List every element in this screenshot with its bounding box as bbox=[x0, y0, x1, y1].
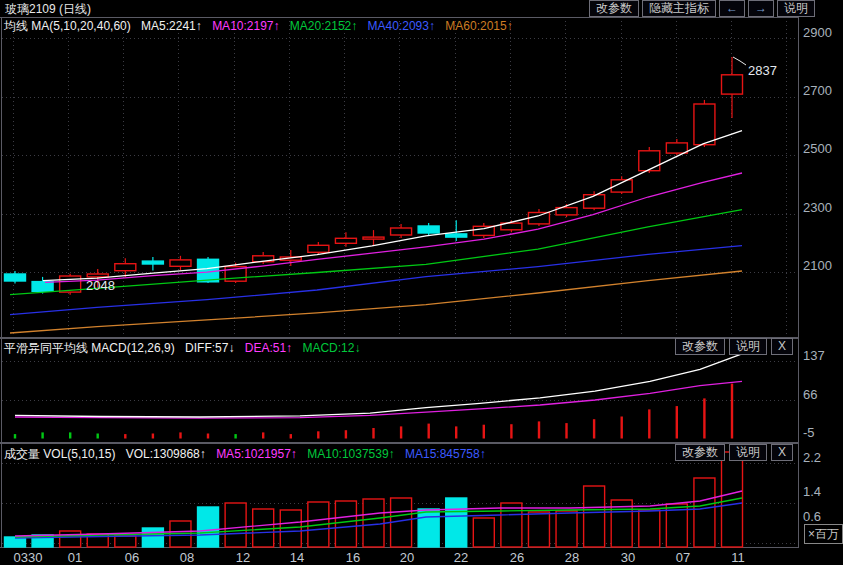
candle bbox=[5, 274, 26, 281]
volume-bar bbox=[694, 478, 715, 547]
dea-value: DEA:51↑ bbox=[245, 341, 292, 355]
volume-bar bbox=[363, 499, 384, 547]
candle bbox=[446, 234, 467, 237]
diff-value: DIFF:57↓ bbox=[185, 341, 234, 355]
x-axis-label: 14 bbox=[290, 550, 304, 565]
macd-histogram-bar bbox=[676, 406, 678, 438]
vol-value: VOL:1309868↑ bbox=[126, 447, 206, 461]
macd-value: MACD:12↓ bbox=[302, 341, 360, 355]
macd-histogram-bar bbox=[179, 432, 181, 438]
price-axis-label: 2700 bbox=[803, 83, 842, 98]
macd-axis-label: 66 bbox=[803, 387, 842, 402]
x-axis: 033001060812141620222628300711 bbox=[0, 548, 843, 565]
macd-help-button[interactable]: 说明 bbox=[729, 338, 767, 355]
volume-close-button[interactable]: X bbox=[771, 444, 793, 461]
price-axis-label: 2500 bbox=[803, 141, 842, 156]
volume-bar bbox=[418, 509, 439, 547]
macd-axis-label: 137 bbox=[803, 348, 842, 363]
volume-bar bbox=[584, 486, 605, 547]
volume-indicator-row: 成交量 VOL(5,10,15) VOL:1309868↑ MA5:102195… bbox=[4, 446, 493, 463]
macd-histogram-bar bbox=[703, 398, 705, 438]
candle bbox=[115, 264, 136, 271]
prev-arrow-button[interactable]: ← bbox=[719, 0, 745, 17]
macd-histogram-bar bbox=[124, 434, 126, 438]
hide-main-indicator-button[interactable]: 隐藏主指标 bbox=[642, 0, 716, 17]
volume-axis-label: 1.4 bbox=[803, 484, 842, 499]
ma-indicator-row: 均线 MA(5,10,20,40,60) MA5:2241↑ MA10:2197… bbox=[4, 18, 520, 35]
volume-bar bbox=[253, 509, 274, 547]
candle bbox=[170, 260, 191, 266]
volume-bar bbox=[225, 503, 246, 547]
price-axis-label: 2300 bbox=[803, 200, 842, 215]
volume-bar bbox=[335, 501, 356, 547]
title-bar: 玻璃2109 (日线) 改参数 隐藏主指标 ← → 说明 bbox=[0, 0, 843, 17]
x-axis-label: 20 bbox=[400, 550, 414, 565]
volume-bar bbox=[142, 528, 163, 547]
ma20-value: MA20:2152↑ bbox=[290, 19, 357, 33]
x-axis-label: 26 bbox=[510, 550, 524, 565]
main-price-chart[interactable]: 28372048 bbox=[0, 17, 843, 338]
price-axis-label: 2900 bbox=[803, 25, 842, 40]
candle bbox=[335, 238, 356, 243]
macd-histogram-bar bbox=[648, 409, 650, 438]
candle bbox=[87, 274, 108, 277]
macd-histogram-bar bbox=[345, 430, 347, 438]
macd-axis-label: -5 bbox=[803, 425, 842, 440]
candle bbox=[308, 245, 329, 252]
macd-histogram-bar bbox=[455, 426, 457, 438]
x-axis-label: 28 bbox=[565, 550, 579, 565]
chart-application-window: 玻璃2109 (日线) 改参数 隐藏主指标 ← → 说明 均线 MA(5,10,… bbox=[0, 0, 843, 565]
macd-pane-buttons: 改参数 说明 X bbox=[675, 338, 793, 355]
x-axis-label: 11 bbox=[731, 550, 745, 565]
ma60-value: MA60:2015↑ bbox=[445, 19, 512, 33]
volume-change-params-button[interactable]: 改参数 bbox=[675, 444, 725, 461]
macd-histogram-bar bbox=[317, 431, 319, 438]
ma40-value: MA40:2093↑ bbox=[368, 19, 435, 33]
macd-histogram-bar bbox=[152, 434, 154, 439]
x-axis-label: 0330 bbox=[14, 550, 43, 565]
candle bbox=[32, 282, 53, 292]
volume-axis-label: 2.2 bbox=[803, 450, 842, 465]
indicator-line bbox=[10, 246, 742, 315]
volume-help-button[interactable]: 说明 bbox=[729, 444, 767, 461]
candle bbox=[584, 195, 605, 209]
vol-ma10-value: MA10:1037539↑ bbox=[307, 447, 394, 461]
volume-bar bbox=[473, 518, 494, 547]
macd-indicator-label: 平滑异同平均线 MACD(12,26,9) bbox=[4, 341, 175, 355]
x-axis-label: 06 bbox=[125, 550, 139, 565]
volume-bar bbox=[528, 512, 549, 547]
macd-histogram-bar bbox=[621, 417, 623, 439]
volume-bar bbox=[556, 511, 577, 547]
macd-histogram-bar bbox=[234, 434, 236, 438]
macd-indicator-row: 平滑异同平均线 MACD(12,26,9) DIFF:57↓ DEA:51↑ M… bbox=[4, 340, 367, 357]
macd-histogram-bar bbox=[69, 432, 71, 438]
change-params-button[interactable]: 改参数 bbox=[589, 0, 639, 17]
price-annotation: 2837 bbox=[748, 63, 777, 78]
candle bbox=[363, 237, 384, 239]
x-axis-label: 30 bbox=[621, 550, 635, 565]
candle bbox=[694, 104, 715, 145]
macd-histogram-bar bbox=[41, 432, 43, 438]
vol-ma15-value: MA15:845758↑ bbox=[405, 447, 486, 461]
next-arrow-button[interactable]: → bbox=[748, 0, 774, 17]
volume-bar bbox=[198, 507, 219, 547]
candle bbox=[666, 143, 687, 153]
macd-histogram-bar bbox=[483, 425, 485, 439]
volume-bar bbox=[115, 536, 136, 547]
candle bbox=[198, 259, 219, 282]
macd-histogram-bar bbox=[207, 434, 209, 439]
indicator-line bbox=[15, 354, 742, 417]
macd-histogram-bar bbox=[262, 432, 264, 438]
macd-histogram-bar bbox=[510, 424, 512, 438]
macd-histogram-bar bbox=[14, 434, 16, 438]
volume-bar bbox=[60, 531, 81, 547]
macd-close-button[interactable]: X bbox=[771, 338, 793, 355]
macd-histogram-bar bbox=[538, 421, 540, 438]
indicator-line bbox=[10, 271, 742, 333]
macd-change-params-button[interactable]: 改参数 bbox=[675, 338, 725, 355]
help-button[interactable]: 说明 bbox=[777, 0, 815, 17]
price-pointer-line bbox=[733, 57, 746, 65]
candle bbox=[639, 151, 660, 171]
macd-histogram-bar bbox=[731, 384, 733, 439]
price-axis-label: 2100 bbox=[803, 258, 842, 273]
